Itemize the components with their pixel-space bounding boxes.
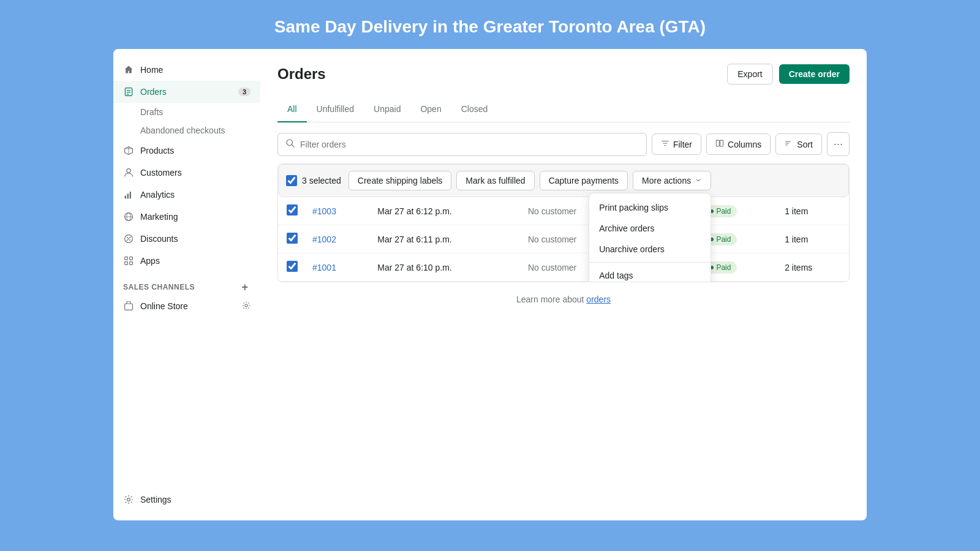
row-checkbox-1002[interactable] — [287, 233, 298, 244]
svg-rect-21 — [125, 262, 128, 265]
tab-all[interactable]: All — [277, 97, 307, 122]
dropdown-add-tags[interactable]: Add tags — [589, 265, 710, 282]
orders-icon — [123, 86, 134, 97]
order-tabs: All Unfulfilled Unpaid Open Closed — [277, 97, 850, 122]
sidebar-item-orders[interactable]: Orders 3 — [113, 81, 260, 103]
create-order-button[interactable]: Create order — [779, 64, 850, 84]
svg-rect-8 — [125, 196, 126, 199]
dropdown-unarchive-orders[interactable]: Unarchive orders — [589, 239, 710, 260]
search-toolbar: Filter Columns — [277, 132, 850, 156]
dropdown-archive-orders[interactable]: Archive orders — [589, 218, 710, 239]
sidebar-item-apps[interactable]: Apps — [113, 250, 260, 272]
sidebar-item-home[interactable]: Home — [113, 59, 260, 81]
sidebar-item-products[interactable]: Products — [113, 140, 260, 162]
sales-channels-section: Sales channels + — [113, 272, 260, 295]
sidebar-item-analytics[interactable]: Analytics — [113, 184, 260, 206]
online-store-icon — [123, 301, 134, 312]
table-row[interactable]: #1001 Mar 27 at 6:10 p.m. No customer $1… — [278, 253, 849, 282]
order-id-1003[interactable]: #1003 — [312, 206, 336, 216]
order-items-1001: 2 items — [777, 253, 849, 282]
sort-button[interactable]: Sort — [775, 133, 822, 155]
select-all-checkbox[interactable] — [286, 175, 297, 186]
page-banner: Same Day Delivery in the Greater Toronto… — [0, 0, 980, 49]
search-input[interactable] — [300, 140, 639, 149]
sidebar-item-discounts[interactable]: Discounts — [113, 228, 260, 250]
table-row[interactable]: #1003 Mar 27 at 6:12 p.m. No customer $1… — [278, 197, 849, 225]
svg-point-18 — [129, 239, 130, 241]
row-checkbox-1003[interactable] — [287, 204, 298, 216]
more-toolbar-button[interactable]: ··· — [827, 132, 850, 156]
sidebar-online-store-label: Online Store — [140, 301, 188, 311]
home-icon — [123, 64, 134, 75]
banner-title: Same Day Delivery in the Greater Toronto… — [0, 17, 980, 37]
orders-badge: 3 — [238, 88, 251, 96]
marketing-icon — [123, 211, 134, 222]
order-items-1002: 1 item — [777, 225, 849, 253]
apps-icon — [123, 255, 134, 266]
svg-rect-32 — [720, 140, 723, 146]
main-content: Orders Export Create order All Unfulfill… — [260, 49, 867, 520]
sort-icon — [785, 139, 793, 149]
sidebar-item-settings[interactable]: Settings — [113, 489, 260, 511]
sidebar-apps-label: Apps — [140, 256, 160, 266]
sidebar-item-abandoned[interactable]: Abandoned checkouts — [113, 121, 260, 140]
table-row[interactable]: #1002 Mar 27 at 6:11 p.m. No customer $1… — [278, 225, 849, 253]
svg-rect-31 — [716, 140, 719, 146]
more-actions-label: More actions — [642, 176, 691, 186]
bulk-selected-count: 3 selected — [302, 176, 341, 186]
sidebar-item-online-store[interactable]: Online Store — [113, 295, 260, 317]
order-id-1002[interactable]: #1002 — [312, 234, 336, 244]
svg-point-25 — [127, 498, 130, 501]
sidebar-customers-label: Customers — [140, 168, 182, 178]
tab-unfulfilled[interactable]: Unfulfilled — [307, 97, 364, 122]
capture-payments-button[interactable]: Capture payments — [540, 171, 628, 190]
tab-unpaid[interactable]: Unpaid — [364, 97, 410, 122]
orders-table: #1003 Mar 27 at 6:12 p.m. No customer $1… — [278, 197, 849, 282]
mark-fulfilled-button[interactable]: Mark as fulfilled — [456, 171, 534, 190]
tab-closed[interactable]: Closed — [451, 97, 498, 122]
export-button[interactable]: Export — [727, 64, 772, 84]
svg-rect-10 — [130, 192, 131, 198]
add-sales-channel-icon[interactable]: + — [239, 282, 251, 293]
footer-orders-link[interactable]: orders — [586, 294, 611, 304]
more-actions-dropdown: Print packing slips Archive orders Unarc… — [589, 193, 711, 282]
svg-point-17 — [127, 237, 128, 238]
order-id-1001[interactable]: #1001 — [312, 263, 336, 272]
sidebar-abandoned-label: Abandoned checkouts — [140, 126, 225, 135]
svg-point-26 — [287, 140, 293, 146]
order-date-1001: Mar 27 at 6:10 p.m. — [370, 253, 521, 282]
svg-rect-19 — [125, 257, 128, 260]
customers-icon — [123, 167, 134, 178]
products-icon — [123, 145, 134, 156]
more-actions-button[interactable]: More actions — [633, 171, 711, 190]
row-checkbox-1001[interactable] — [287, 261, 298, 272]
settings-icon — [123, 494, 134, 505]
header-actions: Export Create order — [727, 64, 850, 84]
more-actions-container: More actions Print packing slips Archive… — [633, 171, 711, 190]
main-header: Orders Export Create order — [277, 64, 850, 84]
tab-open[interactable]: Open — [410, 97, 451, 122]
filter-button[interactable]: Filter — [652, 133, 701, 155]
bulk-actions-bar: 3 selected Create shipping labels Mark a… — [278, 164, 849, 197]
sidebar-orders-label: Orders — [140, 87, 167, 97]
svg-point-24 — [245, 304, 247, 306]
columns-icon — [715, 139, 724, 149]
page-title: Orders — [277, 66, 326, 83]
svg-rect-9 — [127, 193, 129, 198]
dropdown-print-packing[interactable]: Print packing slips — [589, 197, 710, 218]
sort-label: Sort — [797, 140, 813, 149]
search-icon — [285, 138, 295, 151]
svg-rect-23 — [125, 304, 133, 310]
search-box — [277, 133, 647, 156]
online-store-settings-icon[interactable] — [242, 301, 251, 312]
more-icon: ··· — [834, 138, 843, 150]
svg-rect-22 — [130, 262, 133, 265]
sidebar-item-customers[interactable]: Customers — [113, 162, 260, 184]
sidebar-discounts-label: Discounts — [140, 234, 178, 244]
columns-button[interactable]: Columns — [706, 133, 771, 155]
discounts-icon — [123, 233, 134, 244]
sidebar-item-marketing[interactable]: Marketing — [113, 206, 260, 228]
sidebar-item-drafts[interactable]: Drafts — [113, 103, 260, 121]
create-shipping-labels-button[interactable]: Create shipping labels — [349, 171, 452, 190]
sidebar-drafts-label: Drafts — [140, 107, 163, 117]
